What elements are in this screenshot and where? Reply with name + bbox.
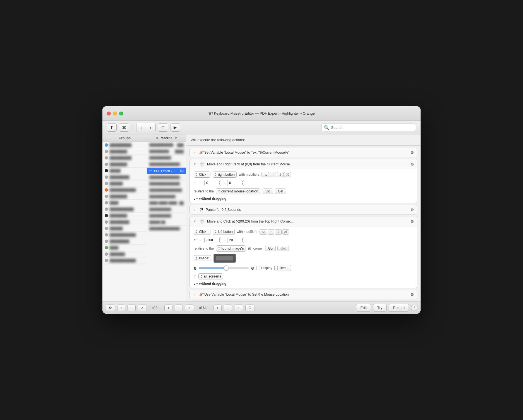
get-button[interactable]: Get xyxy=(277,246,289,251)
remove-action-button[interactable]: − xyxy=(224,305,232,311)
x-stepper[interactable]: ▲▼ xyxy=(219,238,221,242)
list-item[interactable]: █████████████████ xyxy=(147,174,186,181)
check-action-button[interactable]: ✓ xyxy=(234,305,243,311)
modifier-command[interactable]: ⌘ xyxy=(284,172,291,177)
share-button[interactable]: ⬆ xyxy=(107,123,117,132)
collapse-chevron[interactable]: ∨ xyxy=(193,219,197,223)
list-item[interactable]: █████████ xyxy=(102,238,147,245)
add-macro-button[interactable]: + xyxy=(164,305,172,311)
edit-button[interactable]: Edit xyxy=(356,304,371,312)
list-item[interactable]: ██████████ xyxy=(147,213,186,219)
selected-macro-item[interactable]: ✏ PDF Expert - Highlight... ⌘J xyxy=(147,168,186,174)
list-item[interactable]: ██████████ xyxy=(147,155,186,161)
maximize-button[interactable] xyxy=(119,112,123,115)
list-item[interactable]: █████ xyxy=(102,168,147,174)
display-checkbox[interactable] xyxy=(256,266,260,270)
best-select[interactable]: ▲▼ Best xyxy=(274,265,291,271)
list-item[interactable]: ██████████ xyxy=(147,206,186,213)
search-input[interactable] xyxy=(331,125,414,130)
list-item[interactable]: ████ xyxy=(102,200,147,206)
go-button[interactable]: Go xyxy=(263,189,273,194)
list-item[interactable]: ████████ xyxy=(102,148,147,155)
add-group-button[interactable]: + xyxy=(117,305,125,311)
list-item[interactable]: ████ xyxy=(102,245,147,251)
list-item[interactable]: ███████████████ xyxy=(147,187,186,194)
gear-icon[interactable]: ⚙ xyxy=(411,207,414,212)
close-button[interactable] xyxy=(107,112,111,115)
list-item[interactable]: ████████████ xyxy=(102,232,147,238)
list-item[interactable]: █████████████ ████ xyxy=(147,148,186,155)
screens-select[interactable]: ▲▼ all screens xyxy=(198,273,223,279)
x-stepper[interactable]: ▲▼ xyxy=(219,181,221,185)
back-button[interactable]: ‹ xyxy=(136,123,146,132)
list-item[interactable]: █████████ xyxy=(102,219,147,225)
expand-chevron[interactable]: › xyxy=(193,208,197,211)
minimize-button[interactable] xyxy=(113,112,117,115)
button-type-select[interactable]: ▲▼ right button xyxy=(213,172,237,178)
x-input[interactable] xyxy=(206,238,217,242)
list-item[interactable]: ████████████ xyxy=(102,187,147,193)
relative-select[interactable]: ▲▼ found image's xyxy=(216,245,246,252)
remove-group-button[interactable]: − xyxy=(128,305,136,311)
y-stepper[interactable]: ▲▼ xyxy=(241,238,244,242)
list-item[interactable]: ███████████ ███ xyxy=(147,142,186,148)
list-item[interactable]: ██████ xyxy=(102,225,147,232)
image-preview[interactable] xyxy=(213,254,236,263)
check-group-button[interactable]: ✓ xyxy=(138,305,147,311)
list-item[interactable]: █████ ██ xyxy=(147,219,186,226)
y-stepper[interactable]: ▲▼ xyxy=(241,181,244,185)
list-item[interactable]: ██████████ xyxy=(102,142,147,148)
try-button[interactable]: Try xyxy=(373,304,387,312)
gear-icon[interactable]: ⚙ xyxy=(411,219,414,224)
click-type-select[interactable]: ▲▼ Click xyxy=(194,229,210,235)
list-item[interactable]: ████████ xyxy=(102,161,147,168)
list-item[interactable]: ██████████ xyxy=(102,155,147,161)
command-button[interactable]: ⌘ xyxy=(119,123,129,132)
list-item[interactable]: █████████ xyxy=(102,174,147,180)
y-input[interactable] xyxy=(229,181,240,185)
modifier-command[interactable]: ⌘ xyxy=(282,229,289,235)
list-item[interactable]: ███████████ xyxy=(102,206,147,213)
modifier-option[interactable]: ⌥ xyxy=(262,172,269,177)
without-dragging-select[interactable]: ▲▼ without dragging xyxy=(194,197,226,201)
y-input[interactable] xyxy=(229,238,240,242)
list-item[interactable]: ████████████ xyxy=(147,194,186,200)
list-item[interactable]: ██████████████ xyxy=(147,181,186,187)
click-type-select[interactable]: ▲▼ Click xyxy=(194,172,210,178)
button-type-select[interactable]: ▲▼ left button xyxy=(213,229,235,235)
clock-button[interactable]: ⏱ xyxy=(158,123,168,132)
check-macro-button[interactable]: ✓ xyxy=(185,305,194,311)
list-item[interactable]: ██████ xyxy=(102,180,147,187)
forward-button[interactable]: › xyxy=(146,123,155,132)
modifier-shift[interactable]: ⇧ xyxy=(277,172,284,177)
without-dragging-select[interactable]: ▲▼ without dragging xyxy=(194,282,226,286)
list-item[interactable]: ████████████████ xyxy=(147,161,186,168)
modifier-shift[interactable]: ⇧ xyxy=(275,229,282,235)
gear-icon[interactable]: ⚙ xyxy=(411,292,414,297)
add-action-button[interactable]: + xyxy=(213,305,222,311)
relative-select[interactable]: ▲▼ current mouse location xyxy=(216,188,260,194)
remove-macro-button[interactable]: − xyxy=(175,305,183,311)
fuzzy-slider[interactable] xyxy=(199,267,249,269)
list-item[interactable]: ███████ xyxy=(102,251,147,257)
gear-settings-button[interactable]: ⚙ xyxy=(106,305,115,311)
go-button[interactable]: Go xyxy=(265,246,276,251)
collapse-chevron[interactable]: ∨ xyxy=(193,162,197,166)
list-item[interactable]: ████████████ xyxy=(102,257,147,264)
record-button[interactable]: Record xyxy=(389,304,409,312)
modifier-control[interactable]: ⌃ xyxy=(268,229,274,235)
list-item[interactable]: ████████ xyxy=(102,213,147,219)
list-item[interactable]: ████████████████████ xyxy=(147,226,186,232)
gear-icon[interactable]: ⚙ xyxy=(411,162,414,166)
play-button[interactable]: ▶ xyxy=(171,123,180,132)
modifier-control[interactable]: ⌃ xyxy=(270,172,276,177)
x-input[interactable] xyxy=(206,181,217,185)
slider-thumb[interactable] xyxy=(224,265,229,271)
gear-icon[interactable]: ⚙ xyxy=(411,150,414,155)
get-button[interactable]: Get xyxy=(275,189,286,194)
list-item[interactable]: ████ ████ ████ ██ xyxy=(147,200,186,206)
image-label-select[interactable]: ▲▼ Image: xyxy=(194,255,211,261)
help-button[interactable]: ? xyxy=(411,305,417,311)
expand-chevron[interactable]: › xyxy=(193,151,197,154)
list-item[interactable]: ████████ xyxy=(102,193,147,200)
